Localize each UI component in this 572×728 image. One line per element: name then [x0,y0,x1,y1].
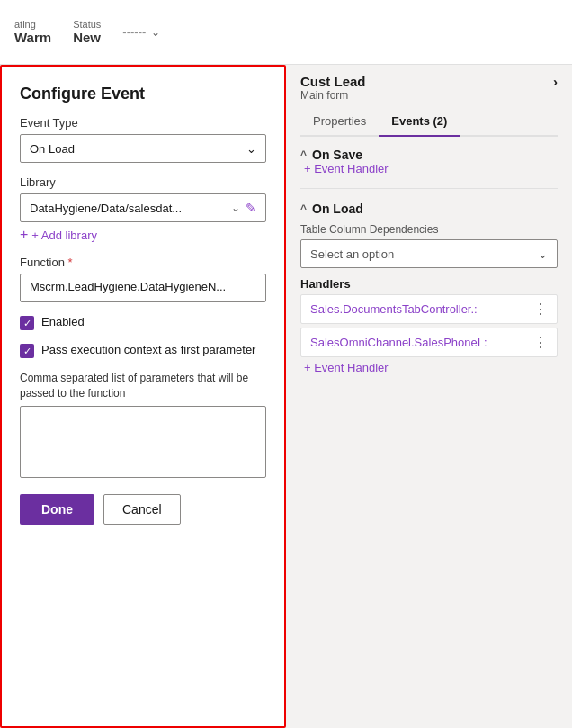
event-type-label: Event Type [20,116,266,130]
add-library-link[interactable]: + + Add library [20,227,266,243]
handler-2-name: SalesOmniChannel.SalesPhoneI : [310,336,487,349]
table-col-select[interactable]: Select an option ⌄ [300,239,558,268]
on-load-add-handler-label: + Event Handler [304,361,389,374]
params-label: Comma separated list of parameters that … [20,371,266,401]
handler-item-1[interactable]: Sales.DocumentsTabController.: ⋮ [300,294,558,324]
pass-exec-label: Pass execution context as first paramete… [41,343,255,356]
on-save-label: On Save [312,148,362,162]
cust-lead-subtitle: Main form [300,89,558,102]
required-marker: * [65,256,73,269]
handlers-section: Handlers Sales.DocumentsTabController.: … [300,277,558,357]
right-content: ^ On Save + Event Handler ^ On Load Tabl… [286,137,572,385]
tabs-row: Properties Events (2) [300,107,558,137]
right-header: Cust Lead › Main form Properties Events … [286,65,572,137]
chevron-up-icon: ^ [300,148,307,161]
cust-lead-name: Cust Lead [300,74,366,89]
enabled-label: Enabled [41,315,85,328]
check-icon: ✓ [23,346,31,357]
handler-item-2[interactable]: SalesOmniChannel.SalesPhoneI : ⋮ [300,328,558,357]
on-load-label: On Load [312,202,363,216]
edit-icon[interactable]: ✎ [246,201,256,215]
handlers-label: Handlers [300,277,558,291]
new-label: Status [73,19,101,30]
right-panel: Cust Lead › Main form Properties Events … [286,65,572,728]
new-value: New [73,30,101,45]
new-status-item: Status New [73,19,101,45]
warm-value: Warm [14,30,51,45]
library-value: DataHygiene/Data/salesdat... [30,202,226,215]
top-bar: ating Warm Status New ------ ⌄ [0,0,572,65]
on-load-section: ^ On Load Table Column Dependencies Sele… [300,202,558,374]
library-label: Library [20,175,266,189]
table-col-section: Table Column Dependencies Select an opti… [300,223,558,268]
chevron-down-icon: ⌄ [538,247,548,261]
tab-properties[interactable]: Properties [300,107,379,137]
pass-exec-checkbox[interactable]: ✓ [20,344,34,358]
done-button[interactable]: Done [20,494,94,525]
owner-dropdown[interactable]: ------ ⌄ [122,25,160,39]
configure-event-panel: Configure Event Event Type On Load ⌄ Lib… [0,65,286,728]
function-group: Function * Mscrm.LeadHygiene.DataHygiene… [20,256,266,302]
divider [300,188,558,189]
chevron-up-icon: ^ [300,202,307,215]
tab-events[interactable]: Events (2) [379,107,460,137]
enabled-checkbox-row[interactable]: ✓ Enabled [20,315,266,330]
button-row: Done Cancel [20,494,266,525]
handler-2-more-icon[interactable]: ⋮ [533,334,548,351]
library-group: Library DataHygiene/Data/salesdat... ⌄ ✎… [20,175,266,243]
warm-status-item: ating Warm [14,19,51,45]
on-load-add-handler[interactable]: + Event Handler [300,361,558,374]
check-icon: ✓ [23,318,31,329]
configure-event-title: Configure Event [20,85,266,103]
handler-1-more-icon[interactable]: ⋮ [533,301,548,318]
add-library-label: + Add library [31,229,97,242]
event-type-select[interactable]: On Load ⌄ [20,134,266,163]
on-save-add-handler-label: + Event Handler [304,162,389,175]
event-type-group: Event Type On Load ⌄ [20,116,266,163]
function-label: Function * [20,256,266,269]
event-type-value: On Load [30,142,75,156]
chevron-right-icon: › [553,74,558,89]
on-save-section: ^ On Save + Event Handler [300,148,558,175]
chevron-down-icon: ⌄ [151,26,160,39]
warm-label: ating [14,19,51,30]
table-col-placeholder: Select an option [310,247,394,261]
table-col-label: Table Column Dependencies [300,223,558,236]
function-value: Mscrm.LeadHygiene.DataHygieneN... [30,280,226,293]
chevron-down-icon: ⌄ [231,202,240,214]
chevron-down-icon: ⌄ [246,142,256,156]
function-input[interactable]: Mscrm.LeadHygiene.DataHygieneN... [20,274,266,302]
owner-value: ------ [122,25,146,39]
enabled-checkbox[interactable]: ✓ [20,316,34,330]
params-textarea[interactable] [20,406,266,478]
pass-exec-checkbox-row[interactable]: ✓ Pass execution context as first parame… [20,343,266,358]
on-save-add-handler[interactable]: + Event Handler [300,162,558,175]
cust-lead-title: Cust Lead › [300,74,558,89]
on-load-header: ^ On Load [300,202,558,216]
cancel-button[interactable]: Cancel [103,494,181,525]
handler-1-name: Sales.DocumentsTabController.: [310,302,478,316]
params-group: Comma separated list of parameters that … [20,371,266,478]
library-input[interactable]: DataHygiene/Data/salesdat... ⌄ ✎ [20,193,266,222]
plus-icon: + [20,227,28,243]
main-layout: Configure Event Event Type On Load ⌄ Lib… [0,65,572,728]
on-save-header: ^ On Save [300,148,558,162]
